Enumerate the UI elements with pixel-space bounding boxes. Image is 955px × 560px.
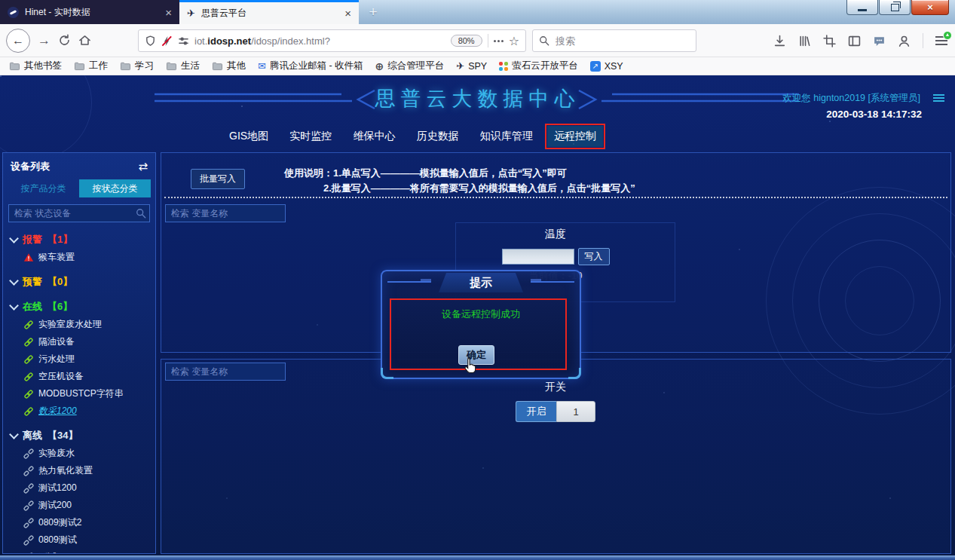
chevron-down-icon	[9, 234, 19, 243]
nav-tab-knowledge[interactable]: 知识库管理	[473, 126, 540, 147]
variable-search-input[interactable]	[165, 363, 286, 381]
account-icon[interactable]	[898, 35, 911, 47]
page-actions-icon[interactable]	[494, 40, 504, 42]
device-item[interactable]: 测试1200	[23, 479, 155, 497]
variable-label: 温度	[448, 228, 663, 241]
window-controls: ×	[846, 0, 949, 15]
sidebar-tab-by-status[interactable]: 按状态分类	[79, 179, 151, 197]
broken-link-icon	[23, 448, 34, 459]
new-tab-button[interactable]: +	[363, 2, 383, 22]
bookmark-star-icon[interactable]: ☆	[509, 34, 519, 48]
group-online[interactable]: 在线 【6】	[11, 298, 155, 316]
bookmark-folder-other-bookmarks[interactable]: 其他书签	[5, 58, 66, 74]
group-alarm[interactable]: 报警 【1】	[11, 231, 155, 249]
device-sidebar: 设备列表 ⇄ 按产品分类 按状态分类 报警 【1】	[2, 152, 156, 554]
device-item[interactable]: 测试200	[23, 497, 155, 514]
window-bottom-frame	[0, 555, 955, 560]
nav-tab-gis-map[interactable]: GIS地图	[222, 126, 275, 147]
switch-control-panel: 开关 开启 1	[161, 359, 951, 554]
sidebar-title: 设备列表	[11, 160, 50, 173]
browser-tab-sipu[interactable]: ✈ 思普云平台 ×	[179, 0, 359, 24]
screenshot-icon[interactable]	[823, 35, 836, 47]
link-icon	[23, 406, 34, 417]
write-button[interactable]: 写入	[578, 248, 610, 265]
device-item[interactable]: 0809测试	[23, 531, 155, 549]
variable-search-input[interactable]	[165, 204, 286, 222]
nav-tab-history[interactable]: 历史数据	[410, 126, 466, 147]
device-item[interactable]: 0809测试2	[23, 514, 155, 531]
hinet-favicon-icon	[8, 7, 19, 18]
refresh-button[interactable]	[58, 34, 71, 47]
home-button[interactable]	[78, 34, 91, 47]
plane-icon: ✈	[456, 60, 464, 72]
bookmark-folder-misc[interactable]: 其他	[207, 58, 250, 74]
url-text[interactable]: iot.idosp.net/idosp/index.html?	[194, 35, 445, 47]
bookmark-folder-study[interactable]: 学习	[115, 58, 158, 74]
bookmark-spy[interactable]: ✈ SPY	[451, 59, 491, 73]
datetime-text: 2020-03-18 14:17:32	[826, 109, 922, 120]
device-item[interactable]: 测试0815	[23, 549, 155, 554]
link-icon	[23, 337, 34, 347]
bookmark-folder-life[interactable]: 生活	[161, 58, 204, 74]
bookmark-tencent-mail[interactable]: ✉ 腾讯企业邮箱 - 收件箱	[253, 58, 368, 74]
menu-icon[interactable]	[935, 36, 947, 45]
close-button[interactable]: ×	[911, 0, 949, 15]
downloads-icon[interactable]	[773, 35, 786, 47]
library-icon[interactable]	[798, 35, 811, 47]
nav-tab-realtime[interactable]: 实时监控	[283, 126, 338, 147]
minimize-button[interactable]	[846, 0, 878, 15]
device-search-input[interactable]	[8, 204, 150, 222]
bookmark-xsy[interactable]: ↗ XSY	[586, 60, 628, 73]
device-item[interactable]: 实验废水	[23, 445, 155, 462]
back-button[interactable]: ←	[6, 29, 30, 53]
dialog-title: 提示	[439, 273, 523, 292]
chevron-down-icon	[9, 301, 19, 311]
main-nav: GIS地图 实时监控 维保中心 历史数据 知识库管理 远程控制	[222, 125, 603, 148]
device-item-selected[interactable]: 数采1200	[23, 402, 155, 420]
forward-button[interactable]: →	[38, 33, 51, 48]
device-item[interactable]: 热力氧化装置	[23, 462, 155, 479]
permissions-icon[interactable]	[178, 35, 189, 47]
alarm-triangle-icon	[23, 252, 34, 262]
tab-title: Hinet - 实时数据	[25, 6, 159, 19]
sidebar-tab-by-product[interactable]: 按产品分类	[8, 179, 79, 197]
tab-close-icon[interactable]: ×	[165, 7, 172, 18]
switch-on-button[interactable]: 开启	[516, 401, 556, 422]
device-item[interactable]: MODBUSTCP字符串	[23, 385, 155, 402]
url-bar[interactable]: iot.idosp.net/idosp/index.html? 80% ☆	[138, 29, 526, 52]
bookmark-management-platform[interactable]: ⊕ 综合管理平台	[371, 58, 449, 74]
browser-tab-hinet[interactable]: Hinet - 实时数据 ×	[0, 0, 179, 24]
tab-close-icon[interactable]: ×	[344, 8, 351, 19]
tracking-shield-icon[interactable]	[145, 35, 156, 47]
nav-tab-remote-control[interactable]: 远程控制	[547, 126, 603, 147]
nav-tab-maintenance[interactable]: 维保中心	[346, 126, 402, 147]
device-item[interactable]: 隔油设备	[23, 333, 155, 350]
group-offline[interactable]: 离线 【34】	[11, 427, 155, 445]
bookmark-folder-work[interactable]: 工作	[69, 58, 112, 74]
device-item[interactable]: 污水处理	[23, 350, 155, 368]
sidebars-icon[interactable]	[848, 35, 861, 47]
chat-bubble-icon[interactable]	[873, 35, 886, 47]
insecure-connection-icon[interactable]	[161, 35, 173, 47]
batch-write-button[interactable]: 批量写入	[191, 169, 245, 189]
temperature-value-input[interactable]	[502, 249, 574, 265]
broken-link-icon	[23, 552, 34, 555]
folder-icon	[212, 61, 223, 71]
bookmark-ezviz-platform[interactable]: 萤石云开放平台	[494, 58, 583, 74]
group-warning[interactable]: 预警 【0】	[11, 273, 155, 291]
search-icon[interactable]	[136, 208, 146, 219]
device-item[interactable]: 实验室废水处理	[23, 316, 155, 333]
device-item[interactable]: 空压机设备	[23, 368, 155, 385]
page-content: 思普云大数据中心 欢迎您 hignton2019 [系统管理员] 2020-03…	[0, 75, 955, 555]
sipu-favicon-icon: ✈	[187, 8, 195, 19]
browser-search-box[interactable]	[532, 29, 696, 52]
device-item[interactable]: 猴车装置	[23, 249, 155, 266]
browser-search-input[interactable]	[554, 35, 670, 47]
variable-label: 开关	[448, 381, 663, 394]
swap-columns-icon[interactable]: ⇄	[138, 160, 148, 173]
switch-value: 1	[556, 401, 595, 422]
restore-button[interactable]	[879, 0, 911, 15]
switch-widget: 开关 开启 1	[448, 381, 663, 422]
user-menu-icon[interactable]	[933, 94, 944, 103]
zoom-level-badge[interactable]: 80%	[451, 35, 482, 47]
